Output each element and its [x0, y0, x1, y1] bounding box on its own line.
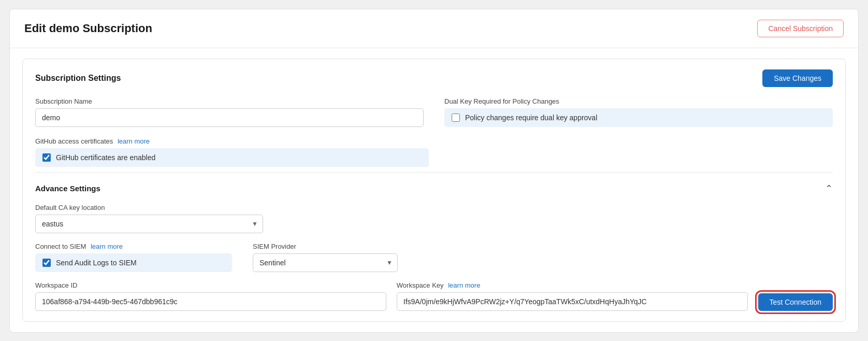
- github-checkbox-label: GitHub certificates are enabled: [56, 153, 155, 162]
- default-ca-group: Default CA key location eastus westus ce…: [35, 204, 263, 233]
- page-title: Edit demo Subscription: [24, 22, 152, 35]
- default-ca-select-wrapper: eastus westus centralus eastus2 ▼: [35, 215, 263, 233]
- subscription-name-group: Subscription Name: [35, 97, 424, 127]
- workspace-id-label: Workspace ID: [35, 281, 386, 289]
- siem-row: Connect to SIEM learn more Send Audit Lo…: [35, 243, 833, 272]
- dual-key-checkbox-label: Policy changes require dual key approval: [465, 113, 597, 122]
- siem-provider-group: SIEM Provider Sentinel Splunk QRadar ▼: [253, 243, 398, 272]
- dual-key-label: Dual Key Required for Policy Changes: [444, 97, 833, 105]
- workspace-id-input[interactable]: [35, 292, 386, 311]
- workspace-key-group: Workspace Key learn more: [397, 281, 748, 311]
- advance-settings-title: Advance Settings: [35, 184, 100, 193]
- subscription-settings-header: Subscription Settings Save Changes: [35, 69, 833, 87]
- save-changes-button[interactable]: Save Changes: [762, 69, 833, 87]
- workspace-key-label: Workspace Key learn more: [397, 281, 748, 289]
- subscription-name-input[interactable]: [35, 108, 424, 127]
- github-checkbox-row: GitHub certificates are enabled: [35, 148, 429, 167]
- workspace-id-group: Workspace ID: [35, 281, 386, 311]
- github-learn-more-link[interactable]: learn more: [118, 137, 150, 145]
- github-certificates-label: GitHub access certificates learn more: [35, 137, 429, 145]
- workspace-key-input[interactable]: [397, 292, 748, 311]
- collapse-icon[interactable]: ⌃: [825, 183, 833, 194]
- siem-learn-more-link[interactable]: learn more: [91, 243, 123, 250]
- siem-provider-label: SIEM Provider: [253, 243, 398, 250]
- subscription-row: Subscription Name Dual Key Required for …: [35, 97, 833, 127]
- connect-siem-label: Connect to SIEM learn more: [35, 243, 232, 250]
- dual-key-group: Dual Key Required for Policy Changes Pol…: [444, 97, 833, 127]
- github-certificates-checkbox[interactable]: [42, 153, 51, 162]
- workspace-key-learn-more-link[interactable]: learn more: [448, 281, 480, 289]
- dual-key-checkbox[interactable]: [452, 113, 460, 122]
- siem-provider-select-wrapper: Sentinel Splunk QRadar ▼: [253, 253, 398, 272]
- section-divider: [35, 172, 833, 173]
- advance-settings-header: Advance Settings ⌃: [35, 183, 833, 194]
- send-audit-logs-label: Send Audit Logs to SIEM: [56, 259, 137, 267]
- default-ca-label: Default CA key location: [35, 204, 263, 211]
- dual-key-checkbox-row: Policy changes require dual key approval: [444, 108, 833, 127]
- siem-provider-select[interactable]: Sentinel Splunk QRadar: [253, 253, 398, 272]
- default-ca-select[interactable]: eastus westus centralus eastus2: [35, 215, 263, 233]
- connect-siem-group: Connect to SIEM learn more Send Audit Lo…: [35, 243, 232, 272]
- send-audit-logs-checkbox[interactable]: [42, 259, 51, 267]
- subscription-settings-title: Subscription Settings: [35, 74, 121, 83]
- page-header: Edit demo Subscription Cancel Subscripti…: [10, 9, 858, 48]
- subscription-name-label: Subscription Name: [35, 97, 424, 105]
- workspace-row: Workspace ID Workspace Key learn more Te…: [35, 281, 833, 311]
- send-audit-checkbox-row: Send Audit Logs to SIEM: [35, 253, 232, 272]
- github-certificates-group: GitHub access certificates learn more Gi…: [35, 137, 429, 167]
- test-connection-button[interactable]: Test Connection: [758, 293, 833, 311]
- cancel-subscription-button[interactable]: Cancel Subscription: [757, 20, 844, 37]
- subscription-settings-card: Subscription Settings Save Changes Subsc…: [22, 59, 846, 322]
- page-container: Edit demo Subscription Cancel Subscripti…: [9, 9, 859, 333]
